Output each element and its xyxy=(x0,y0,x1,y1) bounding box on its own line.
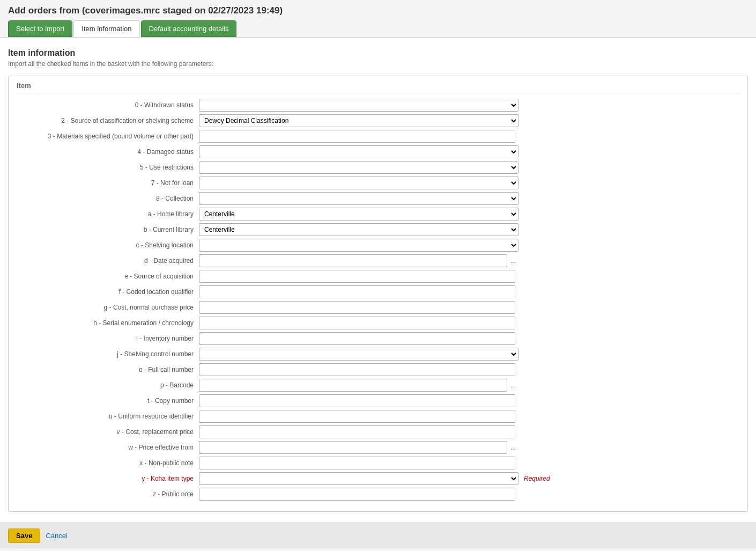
input-coded-location-qualifier[interactable] xyxy=(199,285,515,298)
item-box-title: Item xyxy=(17,82,739,93)
select-shelving-control-number[interactable] xyxy=(199,348,518,361)
form-row-current-library: b - Current library Centerville xyxy=(17,223,739,236)
select-use-restrictions[interactable] xyxy=(199,161,518,174)
form-row-public-note: z - Public note xyxy=(17,488,739,501)
select-current-library[interactable]: Centerville xyxy=(199,223,518,236)
select-shelving-location[interactable] xyxy=(199,239,518,252)
label-shelving-control-number: j - Shelving control number xyxy=(17,350,199,358)
cancel-link[interactable]: Cancel xyxy=(46,532,67,540)
wrap-not-for-loan xyxy=(199,177,739,189)
label-inventory-number: i - Inventory number xyxy=(17,335,199,342)
input-non-public-note[interactable] xyxy=(199,457,515,469)
input-source-acquisition[interactable] xyxy=(199,270,515,283)
form-row-coded-location-qualifier: f - Coded location qualifier xyxy=(17,285,739,298)
input-materials-specified[interactable] xyxy=(199,130,515,143)
select-damaged-status[interactable] xyxy=(199,145,518,158)
date-acquired-picker-btn[interactable]: ... xyxy=(509,257,517,265)
select-not-for-loan[interactable] xyxy=(199,177,518,189)
input-date-acquired[interactable] xyxy=(199,254,507,267)
wrap-damaged-status xyxy=(199,145,739,158)
form-row-collection: 8 - Collection xyxy=(17,192,739,205)
select-home-library[interactable]: Centerville xyxy=(199,208,518,221)
input-public-note[interactable] xyxy=(199,488,515,501)
select-withdrawn-status[interactable] xyxy=(199,99,518,112)
form-row-date-acquired: d - Date acquired ... xyxy=(17,254,739,267)
wrap-home-library: Centerville xyxy=(199,208,739,221)
form-row-cost-replacement-price: v - Cost, replacement price xyxy=(17,425,739,438)
wrap-serial-enumeration xyxy=(199,317,739,329)
form-row-inventory-number: i - Inventory number xyxy=(17,332,739,345)
label-not-for-loan: 7 - Not for loan xyxy=(17,179,199,187)
label-date-acquired: d - Date acquired xyxy=(17,257,199,265)
wrap-cost-replacement-price xyxy=(199,425,739,438)
form-row-cost-normal-purchase: g - Cost, normal purchase price xyxy=(17,301,739,314)
select-collection[interactable] xyxy=(199,192,518,205)
wrap-date-acquired: ... xyxy=(199,254,739,267)
form-row-price-effective-from: w - Price effective from ... xyxy=(17,441,739,454)
label-barcode: p - Barcode xyxy=(17,381,199,389)
wrap-shelving-control-number xyxy=(199,348,739,361)
tab-select-to-import[interactable]: Select to import xyxy=(8,20,72,37)
wrap-cost-normal-purchase xyxy=(199,301,739,314)
select-source-classification[interactable]: Dewey Decimal Classification xyxy=(199,114,518,127)
form-row-full-call-number: o - Full call number xyxy=(17,363,739,376)
section-title: Item information xyxy=(8,48,748,58)
label-damaged-status: 4 - Damaged status xyxy=(17,148,199,156)
label-cost-replacement-price: v - Cost, replacement price xyxy=(17,428,199,436)
page-header: Add orders from (coverimages.mrc staged … xyxy=(0,0,756,37)
form-row-damaged-status: 4 - Damaged status xyxy=(17,145,739,158)
input-cost-normal-purchase[interactable] xyxy=(199,301,515,314)
input-price-effective-from[interactable] xyxy=(199,441,507,454)
wrap-uniform-resource-identifier xyxy=(199,410,739,423)
label-uniform-resource-identifier: u - Uniform resource identifier xyxy=(17,413,199,420)
main-content: Item information Import all the checked … xyxy=(0,37,756,523)
form-row-use-restrictions: 5 - Use restrictions xyxy=(17,161,739,174)
label-use-restrictions: 5 - Use restrictions xyxy=(17,164,199,171)
price-effective-from-picker-btn[interactable]: ... xyxy=(509,444,517,451)
form-row-shelving-control-number: j - Shelving control number xyxy=(17,348,739,361)
label-price-effective-from: w - Price effective from xyxy=(17,444,199,451)
wrap-non-public-note xyxy=(199,457,739,469)
input-cost-replacement-price[interactable] xyxy=(199,425,515,438)
required-indicator: Required xyxy=(524,475,550,482)
input-inventory-number[interactable] xyxy=(199,332,515,345)
wrap-use-restrictions xyxy=(199,161,739,174)
form-row-source-acquisition: e - Source of acquisition xyxy=(17,270,739,283)
input-uniform-resource-identifier[interactable] xyxy=(199,410,515,423)
tab-default-accounting-details[interactable]: Default accounting details xyxy=(141,20,237,37)
wrap-copy-number xyxy=(199,394,739,407)
save-button[interactable]: Save xyxy=(8,528,40,543)
label-materials-specified: 3 - Materials specified (bound volume or… xyxy=(17,133,199,140)
form-row-copy-number: t - Copy number xyxy=(17,394,739,407)
input-barcode[interactable] xyxy=(199,379,507,392)
page-title: Add orders from (coverimages.mrc staged … xyxy=(8,5,748,16)
wrap-collection xyxy=(199,192,739,205)
wrap-barcode: ... xyxy=(199,379,739,392)
label-full-call-number: o - Full call number xyxy=(17,366,199,373)
select-koha-item-type[interactable] xyxy=(199,472,518,485)
wrap-koha-item-type: Required xyxy=(199,472,739,485)
tabs-bar: Select to import Item information Defaul… xyxy=(8,20,748,37)
wrap-price-effective-from: ... xyxy=(199,441,739,454)
label-collection: 8 - Collection xyxy=(17,195,199,202)
input-copy-number[interactable] xyxy=(199,394,515,407)
label-source-classification: 2 - Source of classification or shelving… xyxy=(17,117,199,124)
wrap-source-acquisition xyxy=(199,270,739,283)
label-withdrawn-status: 0 - Withdrawn status xyxy=(17,101,199,109)
label-home-library: a - Home library xyxy=(17,210,199,218)
wrap-public-note xyxy=(199,488,739,501)
input-full-call-number[interactable] xyxy=(199,363,515,376)
label-non-public-note: x - Non-public note xyxy=(17,459,199,467)
form-row-shelving-location: c - Shelving location xyxy=(17,239,739,252)
barcode-picker-btn[interactable]: ... xyxy=(509,381,517,389)
form-row-home-library: a - Home library Centerville xyxy=(17,208,739,221)
label-serial-enumeration: h - Serial enumeration / chronology xyxy=(17,319,199,327)
form-row-serial-enumeration: h - Serial enumeration / chronology xyxy=(17,317,739,329)
label-copy-number: t - Copy number xyxy=(17,397,199,405)
input-serial-enumeration[interactable] xyxy=(199,317,515,329)
footer-bar: Save Cancel xyxy=(0,523,756,548)
label-shelving-location: c - Shelving location xyxy=(17,241,199,249)
tab-item-information[interactable]: Item information xyxy=(73,20,139,37)
label-cost-normal-purchase: g - Cost, normal purchase price xyxy=(17,304,199,311)
wrap-coded-location-qualifier xyxy=(199,285,739,298)
